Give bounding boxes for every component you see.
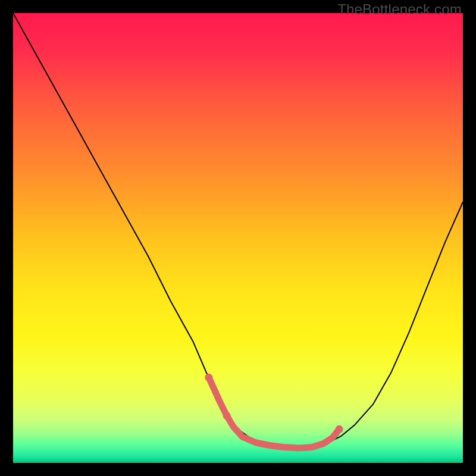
overlay-dot [336, 425, 343, 433]
overlay-dot [223, 412, 231, 419]
plot-area [13, 13, 463, 463]
v-curve-left [13, 13, 301, 449]
v-curve-right [301, 202, 463, 449]
overlay-endcaps [205, 374, 343, 433]
curve-layer [13, 13, 463, 463]
watermark-label: TheBottleneck.com [337, 1, 462, 18]
overlay-dot [205, 374, 212, 381]
chart-stage: TheBottleneck.com [0, 0, 476, 476]
